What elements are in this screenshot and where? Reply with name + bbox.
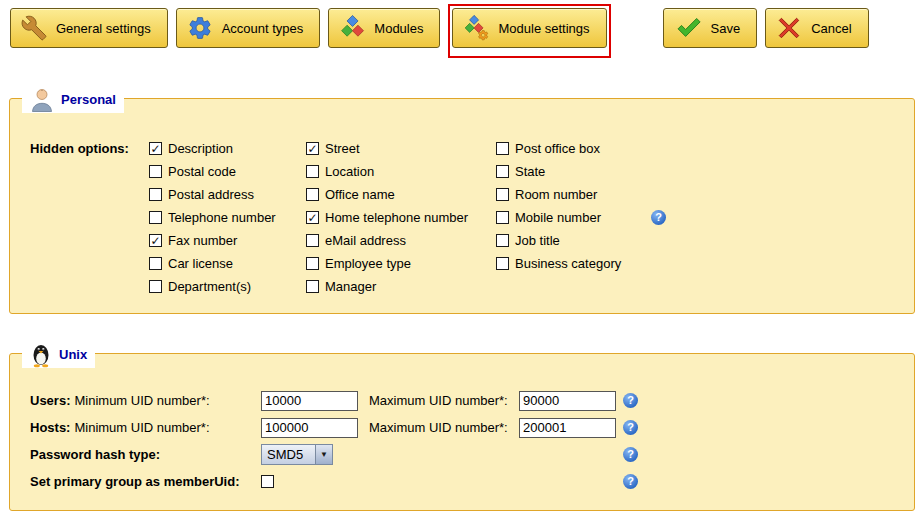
checkbox-label: Mobile number <box>515 210 601 225</box>
checkbox-unchecked[interactable] <box>306 280 319 293</box>
checkbox-label: Business category <box>515 256 621 271</box>
help-icon[interactable]: ? <box>623 420 638 435</box>
hidden-option-postal-address[interactable]: Postal address <box>149 183 306 206</box>
checkbox-checked[interactable]: ✓ <box>149 142 162 155</box>
checkbox-label: Home telephone number <box>325 210 468 225</box>
module-settings-button[interactable]: Module settings <box>452 8 606 48</box>
selected-hash-value: SMD5 <box>262 447 303 462</box>
modules-button[interactable]: Modules <box>328 8 440 48</box>
users-label: Users: <box>30 393 70 408</box>
hidden-option-location[interactable]: Location <box>306 160 496 183</box>
checkbox-label: Job title <box>515 233 560 248</box>
hidden-option-business-category[interactable]: Business category <box>496 252 666 275</box>
hosts-min-uid-input[interactable] <box>261 418 358 438</box>
checkbox-unchecked[interactable] <box>306 165 319 178</box>
checkbox-unchecked[interactable] <box>306 257 319 270</box>
personal-section: Personal Hidden options: ✓DescriptionPos… <box>9 98 915 314</box>
checkbox-label: Fax number <box>168 233 237 248</box>
checkbox-label: Telephone number <box>168 210 276 225</box>
checkbox-unchecked[interactable] <box>149 211 162 224</box>
member-uid-row: Set primary group as memberUid: ? <box>30 468 894 495</box>
hidden-option-postal-code[interactable]: Postal code <box>149 160 306 183</box>
password-hash-row: Password hash type: SMD5 ▼ ? <box>30 441 894 468</box>
button-label: Modules <box>374 21 423 36</box>
unix-hosts-row: Hosts: Minimum UID number*: Maximum UID … <box>30 414 894 441</box>
hidden-option-employee-type[interactable]: Employee type <box>306 252 496 275</box>
hidden-option-home-telephone-number[interactable]: ✓Home telephone number <box>306 206 496 229</box>
cubes-gear-icon <box>463 15 489 41</box>
person-icon <box>30 86 54 113</box>
hosts-label: Hosts: <box>30 420 70 435</box>
checkbox-label: Location <box>325 164 374 179</box>
hidden-options-grid: ✓DescriptionPostal codePostal addressTel… <box>149 137 666 298</box>
button-label: Cancel <box>811 21 851 36</box>
cubes-icon <box>339 15 365 41</box>
checkbox-unchecked[interactable] <box>496 257 509 270</box>
checkbox-label: State <box>515 164 545 179</box>
help-icon[interactable]: ? <box>623 447 638 462</box>
hidden-option-department-s-[interactable]: Department(s) <box>149 275 306 298</box>
users-row-label: Users: Minimum UID number*: <box>30 393 261 408</box>
users-max-label: Maximum UID number*: <box>369 393 519 408</box>
checkbox-unchecked[interactable] <box>496 234 509 247</box>
checkbox-unchecked[interactable] <box>149 188 162 201</box>
dropdown-arrow-icon[interactable]: ▼ <box>315 445 332 464</box>
checkbox-unchecked[interactable] <box>149 165 162 178</box>
hidden-option-email-address[interactable]: eMail address <box>306 229 496 252</box>
hidden-option-post-office-box[interactable]: Post office box <box>496 137 666 160</box>
hidden-options-column: Post office boxStateRoom numberMobile nu… <box>496 137 666 298</box>
checkbox-label: Department(s) <box>168 279 251 294</box>
checkbox-label: Postal code <box>168 164 236 179</box>
save-button[interactable]: Save <box>663 8 758 48</box>
button-label: Module settings <box>498 21 589 36</box>
users-min-uid-input[interactable] <box>261 391 358 411</box>
help-icon[interactable]: ? <box>651 210 666 225</box>
checkbox-label: Street <box>325 141 360 156</box>
checkbox-unchecked[interactable] <box>149 280 162 293</box>
hidden-option-description[interactable]: ✓Description <box>149 137 306 160</box>
cancel-button[interactable]: Cancel <box>765 8 868 48</box>
general-settings-button[interactable]: General settings <box>10 8 168 48</box>
gear-icon <box>187 15 213 41</box>
hidden-option-office-name[interactable]: Office name <box>306 183 496 206</box>
hidden-option-telephone-number[interactable]: Telephone number <box>149 206 306 229</box>
checkbox-unchecked[interactable] <box>496 211 509 224</box>
hidden-option-state[interactable]: State <box>496 160 666 183</box>
hidden-options-column: ✓DescriptionPostal codePostal addressTel… <box>149 137 306 298</box>
checkbox-unchecked[interactable] <box>496 165 509 178</box>
help-icon[interactable]: ? <box>623 474 638 489</box>
hidden-option-car-license[interactable]: Car license <box>149 252 306 275</box>
tux-penguin-icon <box>30 341 52 368</box>
hidden-option-job-title[interactable]: Job title <box>496 229 666 252</box>
hidden-options-label: Hidden options: <box>30 137 149 298</box>
checkbox-unchecked[interactable] <box>306 188 319 201</box>
checkbox-label: Employee type <box>325 256 411 271</box>
checkbox-checked[interactable]: ✓ <box>306 211 319 224</box>
hosts-max-uid-input[interactable] <box>519 418 616 438</box>
hidden-option-mobile-number[interactable]: Mobile number? <box>496 206 666 229</box>
member-uid-checkbox[interactable] <box>261 475 274 488</box>
wrench-icon <box>21 15 47 41</box>
hidden-option-room-number[interactable]: Room number <box>496 183 666 206</box>
checkbox-label: Office name <box>325 187 395 202</box>
help-icon[interactable]: ? <box>623 393 638 408</box>
button-label: Save <box>711 21 741 36</box>
selected-tab-highlight: Module settings <box>448 4 610 58</box>
checkbox-checked[interactable]: ✓ <box>149 234 162 247</box>
checkbox-label: Postal address <box>168 187 254 202</box>
hosts-row-label: Hosts: Minimum UID number*: <box>30 420 261 435</box>
checkbox-label: Room number <box>515 187 597 202</box>
checkbox-unchecked[interactable] <box>306 234 319 247</box>
password-hash-label: Password hash type: <box>30 447 261 462</box>
password-hash-select[interactable]: SMD5 ▼ <box>261 444 333 465</box>
hidden-options-row: Hidden options: ✓DescriptionPostal codeP… <box>30 137 894 298</box>
checkbox-unchecked[interactable] <box>149 257 162 270</box>
account-types-button[interactable]: Account types <box>176 8 321 48</box>
hidden-option-street[interactable]: ✓Street <box>306 137 496 160</box>
hidden-option-fax-number[interactable]: ✓Fax number <box>149 229 306 252</box>
checkbox-unchecked[interactable] <box>496 142 509 155</box>
hidden-option-manager[interactable]: Manager <box>306 275 496 298</box>
checkbox-checked[interactable]: ✓ <box>306 142 319 155</box>
checkbox-unchecked[interactable] <box>496 188 509 201</box>
users-max-uid-input[interactable] <box>519 391 616 411</box>
